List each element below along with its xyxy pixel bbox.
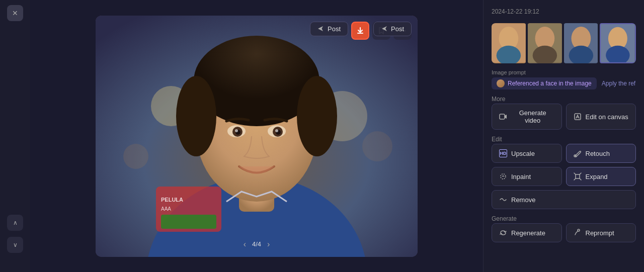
retouch-label: Retouch xyxy=(586,150,610,157)
edit-section-label: Edit xyxy=(492,136,636,143)
hd-badge: HD xyxy=(499,149,507,157)
thumbnail-4[interactable] xyxy=(600,23,636,63)
chevron-up-icon: ∧ xyxy=(13,219,18,226)
generate-actions-grid: Regenerate Reprompt xyxy=(492,223,636,242)
nav-up-button[interactable]: ∧ xyxy=(7,215,23,231)
download-icon xyxy=(356,27,364,35)
main-image-container: PELULA AAA xyxy=(96,16,418,257)
reprompt-label: Reprompt xyxy=(586,229,614,237)
download-button[interactable] xyxy=(351,22,369,40)
svg-rect-39 xyxy=(500,114,505,119)
regenerate-button[interactable]: Regenerate xyxy=(492,223,562,242)
more-actions-grid: Generate video Edit on canvas xyxy=(492,104,636,130)
svg-point-10 xyxy=(176,76,216,156)
image-navigation: ‹ 4/4 › xyxy=(244,240,270,249)
chevron-down-icon: ∨ xyxy=(13,241,18,248)
nav-down-button[interactable]: ∨ xyxy=(7,237,23,253)
post-icon xyxy=(381,25,388,32)
generate-video-label: Generate video xyxy=(511,109,554,124)
image-prompt-section: Image prompt Referenced a face in the im… xyxy=(492,69,636,89)
remove-label: Remove xyxy=(511,196,535,204)
expand-button[interactable]: Expand xyxy=(566,167,636,186)
thumbnail-3[interactable] xyxy=(564,23,598,63)
inpaint-button[interactable]: Inpaint xyxy=(492,167,562,186)
right-panel: 2024-12-22 19:12 xyxy=(483,0,644,272)
reprompt-icon xyxy=(574,229,582,237)
main-image: PELULA AAA xyxy=(96,16,418,257)
inpaint-icon xyxy=(499,172,507,180)
expand-icon xyxy=(574,172,582,180)
generate-section-label: Generate xyxy=(492,215,636,222)
svg-point-11 xyxy=(297,76,337,156)
share-icon xyxy=(317,25,325,32)
svg-text:PELULA: PELULA xyxy=(161,197,183,203)
thumbnail-2[interactable] xyxy=(528,23,562,63)
thumbnail-1[interactable] xyxy=(492,23,526,63)
upscale-label: Upscale xyxy=(511,150,535,157)
video-icon xyxy=(499,113,507,121)
next-image-button[interactable]: › xyxy=(267,240,270,249)
svg-point-3 xyxy=(123,144,148,169)
inpaint-label: Inpaint xyxy=(511,173,531,180)
canvas-icon xyxy=(574,113,582,121)
svg-point-43 xyxy=(501,174,506,179)
svg-rect-23 xyxy=(161,215,216,229)
apply-ref-label[interactable]: Apply the ref xyxy=(602,80,635,87)
remove-icon xyxy=(499,196,507,204)
image-prompt-label: Image prompt xyxy=(492,69,636,75)
retouch-button[interactable]: Retouch xyxy=(566,144,636,163)
generate-section: Generate Regenerate xyxy=(492,215,636,242)
post-label: Post xyxy=(328,25,341,33)
edit-on-canvas-button[interactable]: Edit on canvas xyxy=(566,104,636,130)
page-indicator: 4/4 xyxy=(252,240,261,248)
more-section: More Generate video xyxy=(492,96,636,130)
edit-actions-grid: HD Upscale Retouch xyxy=(492,144,636,209)
left-sidebar: ✕ ∧ ∨ xyxy=(0,0,30,272)
thumbnail-strip xyxy=(492,23,636,63)
svg-point-19 xyxy=(275,129,278,132)
main-content: Post xyxy=(30,0,483,272)
generate-video-button[interactable]: Generate video xyxy=(492,104,562,130)
svg-point-45 xyxy=(578,229,580,231)
close-button[interactable]: ✕ xyxy=(7,5,23,21)
prompt-text: Referenced a face in the image xyxy=(508,80,592,87)
post-button[interactable]: Post xyxy=(373,22,412,36)
retouch-icon xyxy=(574,149,582,157)
face-reference-icon xyxy=(497,79,505,87)
reprompt-button[interactable]: Reprompt xyxy=(566,223,636,242)
prompt-tag[interactable]: Referenced a face in the image xyxy=(492,77,597,89)
post-button[interactable]: Post xyxy=(310,22,348,36)
edit-on-canvas-label: Edit on canvas xyxy=(586,113,628,121)
regenerate-icon xyxy=(499,229,507,237)
upscale-button[interactable]: HD Upscale xyxy=(492,144,562,163)
more-section-label: More xyxy=(492,96,636,103)
remove-button[interactable]: Remove xyxy=(492,190,636,209)
post-label: Post xyxy=(391,25,404,33)
svg-rect-44 xyxy=(576,174,580,178)
timestamp: 2024-12-22 19:12 xyxy=(492,8,636,15)
svg-text:AAA: AAA xyxy=(161,206,171,212)
prev-image-button[interactable]: ‹ xyxy=(244,240,246,249)
svg-point-4 xyxy=(362,131,392,161)
expand-label: Expand xyxy=(586,173,608,180)
edit-section: Edit HD Upscale Retouch xyxy=(492,136,636,209)
svg-point-18 xyxy=(235,129,238,132)
regenerate-label: Regenerate xyxy=(511,229,545,237)
